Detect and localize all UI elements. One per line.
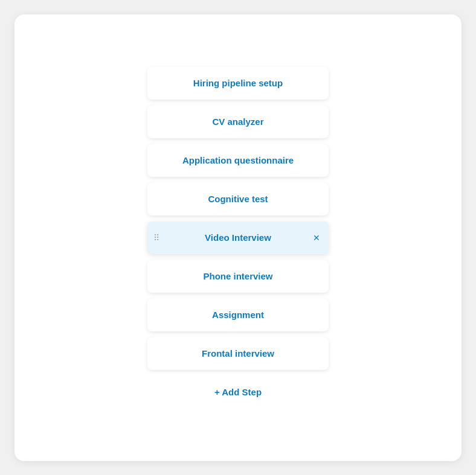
close-button[interactable]: ✕ (310, 232, 323, 243)
step-label: Cognitive test (208, 194, 268, 204)
step-label: Hiring pipeline setup (193, 78, 283, 88)
add-step-button[interactable]: + Add Step (147, 376, 329, 409)
add-step-label: + Add Step (214, 387, 262, 397)
step-hiring-pipeline-setup[interactable]: Hiring pipeline setup (147, 67, 329, 100)
outer-card: Hiring pipeline setup CV analyzer Applic… (14, 14, 462, 461)
step-video-interview[interactable]: ⠿ Video Interview ✕ (147, 222, 329, 254)
step-cv-analyzer[interactable]: CV analyzer (147, 106, 329, 138)
step-phone-interview[interactable]: Phone interview (147, 260, 329, 293)
step-label: Application questionnaire (182, 155, 294, 165)
pipeline-list: Hiring pipeline setup CV analyzer Applic… (147, 67, 329, 409)
step-frontal-interview[interactable]: Frontal interview (147, 337, 329, 370)
step-application-questionnaire[interactable]: Application questionnaire (147, 144, 329, 177)
step-label: Assignment (212, 310, 264, 320)
drag-handle-icon[interactable]: ⠿ (153, 234, 159, 242)
step-label: Phone interview (203, 271, 272, 281)
step-assignment[interactable]: Assignment (147, 299, 329, 331)
step-label: CV analyzer (212, 116, 263, 127)
step-cognitive-test[interactable]: Cognitive test (147, 183, 329, 215)
step-label: Video Interview (205, 232, 271, 243)
step-label: Frontal interview (202, 348, 274, 359)
